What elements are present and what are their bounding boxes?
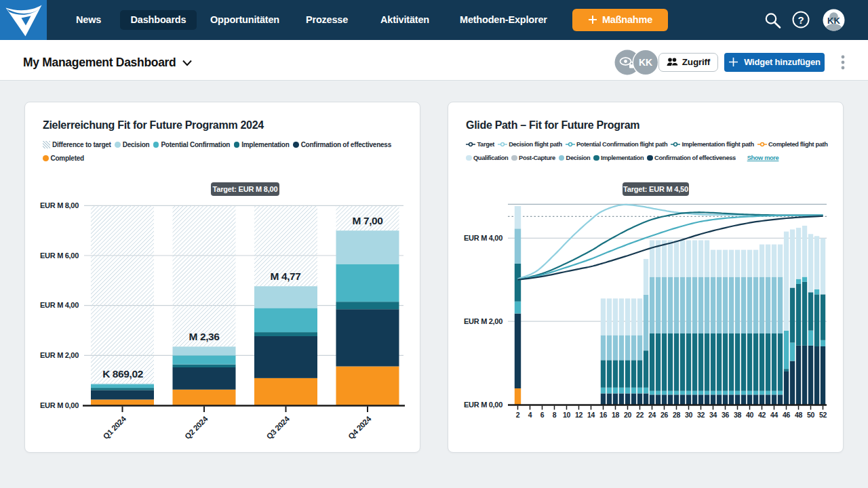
svg-text:32: 32 (697, 411, 705, 419)
svg-text:KK: KK (827, 16, 840, 26)
svg-text:40: 40 (746, 411, 754, 419)
svg-text:M 4,77: M 4,77 (271, 270, 301, 282)
svg-text:46: 46 (783, 411, 791, 419)
svg-text:48: 48 (795, 411, 803, 419)
svg-text:16: 16 (599, 411, 608, 419)
svg-text:12: 12 (575, 411, 583, 419)
svg-text:10: 10 (563, 411, 571, 419)
svg-text:EUR M 8,00: EUR M 8,00 (40, 201, 79, 209)
svg-text:2: 2 (516, 411, 520, 419)
svg-text:K 869,02: K 869,02 (102, 368, 143, 380)
svg-text:38: 38 (734, 411, 742, 419)
svg-text:30: 30 (685, 411, 693, 419)
svg-text:EUR M 4,00: EUR M 4,00 (40, 301, 79, 309)
svg-text:EUR M 0,00: EUR M 0,00 (464, 401, 502, 409)
svg-text:8: 8 (553, 411, 557, 419)
svg-text:42: 42 (758, 411, 766, 419)
svg-text:M 2,36: M 2,36 (189, 331, 220, 342)
svg-text:26: 26 (660, 411, 669, 419)
svg-text:52: 52 (819, 411, 827, 419)
svg-text:14: 14 (587, 411, 595, 419)
svg-text:EUR M 2,00: EUR M 2,00 (40, 351, 79, 359)
svg-text:18: 18 (612, 411, 620, 419)
svg-text:Q4 2024: Q4 2024 (347, 414, 373, 441)
svg-text:?: ? (797, 14, 804, 26)
svg-text:EUR M 6,00: EUR M 6,00 (40, 251, 79, 260)
svg-text:KK: KK (639, 57, 652, 68)
svg-text:50: 50 (807, 411, 815, 419)
svg-text:Q2 2024: Q2 2024 (183, 414, 210, 441)
svg-text:22: 22 (636, 411, 644, 419)
svg-text:EUR M 4,00: EUR M 4,00 (464, 234, 502, 242)
svg-text:Q1 2024: Q1 2024 (102, 414, 128, 441)
svg-text:24: 24 (648, 411, 656, 419)
svg-text:EUR M 2,00: EUR M 2,00 (464, 317, 502, 325)
svg-text:6: 6 (540, 411, 545, 419)
svg-text:EUR M 0,00: EUR M 0,00 (40, 401, 79, 409)
svg-text:M 7,00: M 7,00 (353, 215, 383, 226)
svg-text:44: 44 (770, 411, 778, 419)
svg-text:36: 36 (722, 411, 730, 419)
svg-text:28: 28 (673, 411, 681, 419)
svg-text:34: 34 (709, 411, 717, 419)
svg-text:4: 4 (528, 411, 532, 419)
svg-text:Q3 2024: Q3 2024 (265, 414, 292, 441)
svg-text:20: 20 (624, 411, 632, 419)
